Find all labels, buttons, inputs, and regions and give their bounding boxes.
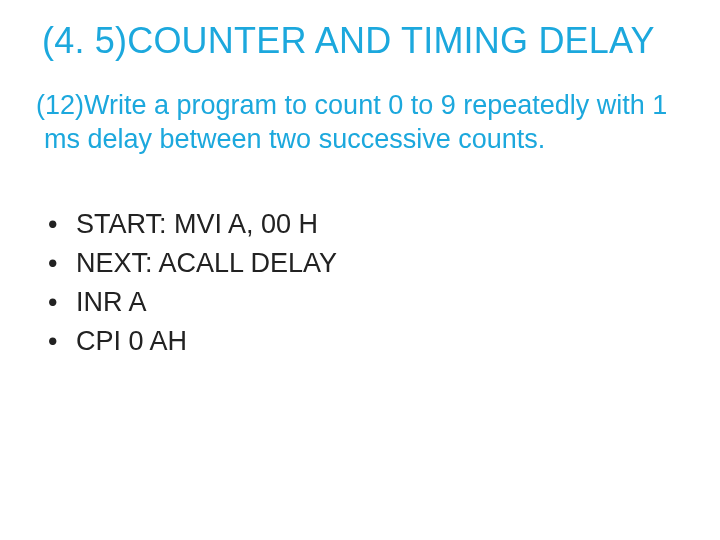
list-item: INR A	[44, 283, 684, 322]
slide-title: (4. 5)COUNTER AND TIMING DELAY	[42, 20, 684, 61]
code-list: START: MVI A, 00 H NEXT: ACALL DELAY INR…	[36, 205, 684, 362]
list-item: START: MVI A, 00 H	[44, 205, 684, 244]
list-item: NEXT: ACALL DELAY	[44, 244, 684, 283]
list-item: CPI 0 AH	[44, 322, 684, 361]
question-text: (12)Write a program to count 0 to 9 repe…	[36, 89, 684, 157]
slide: (4. 5)COUNTER AND TIMING DELAY (12)Write…	[0, 0, 720, 540]
